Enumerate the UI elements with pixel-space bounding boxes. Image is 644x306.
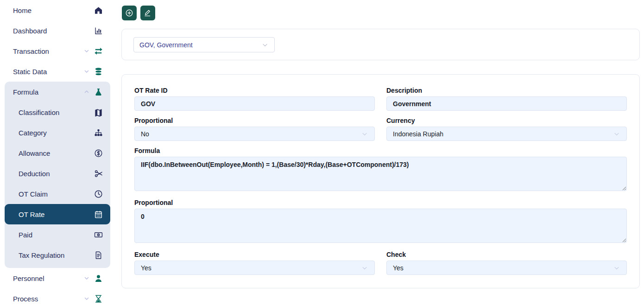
sidebar-item-label: OT Rate — [19, 210, 94, 218]
check-label: Check — [386, 251, 627, 258]
field-proportional-value: Proportional 0 — [134, 199, 627, 245]
field-description: Description — [386, 87, 627, 111]
sidebar-item-home[interactable]: Home — [0, 0, 115, 20]
sidebar-item-classification[interactable]: Classification — [5, 102, 110, 122]
chevron-down-icon — [613, 264, 620, 272]
user-icon — [94, 274, 103, 283]
sidebar-item-label: Formula — [13, 88, 83, 96]
chevron-down-icon — [361, 130, 368, 138]
scissors-icon — [94, 169, 103, 178]
description-input[interactable] — [386, 96, 627, 111]
sidebar-item-label: Paid — [19, 231, 94, 239]
field-execute: Execute Yes — [134, 251, 375, 275]
sidebar-item-label: Personnel — [13, 274, 83, 282]
sidebar-item-ot-rate[interactable]: OT Rate — [5, 204, 110, 224]
execute-value: Yes — [141, 264, 152, 272]
main-content: GOV, Government OT Rate ID Description P… — [115, 0, 644, 306]
sidebar-item-tax-regulation[interactable]: Tax Regulation — [5, 245, 110, 265]
sidebar: Home Dashboard Transaction Static Data — [0, 0, 115, 306]
home-icon — [94, 6, 103, 15]
ot-rate-id-label: OT Rate ID — [134, 87, 375, 94]
chevron-down-icon — [83, 68, 90, 75]
chevron-down-icon — [361, 264, 368, 272]
add-button[interactable] — [122, 6, 137, 20]
plus-circle-icon — [125, 9, 133, 17]
proportional-value-label: Proportional — [134, 199, 627, 206]
sidebar-item-dashboard[interactable]: Dashboard — [0, 20, 115, 41]
document-icon — [94, 251, 103, 260]
sidebar-item-label: Process — [13, 295, 83, 303]
map-icon — [94, 108, 103, 117]
field-check: Check Yes — [386, 251, 627, 275]
sidebar-item-deduction[interactable]: Deduction — [5, 163, 110, 184]
sidebar-item-transaction[interactable]: Transaction — [0, 41, 115, 61]
database-icon — [94, 67, 103, 76]
flask-icon — [94, 88, 103, 96]
calendar-icon — [94, 210, 103, 219]
sidebar-item-label: Transaction — [13, 47, 83, 55]
sidebar-item-formula[interactable]: Formula — [5, 82, 110, 102]
transfer-arrows-icon — [94, 47, 103, 56]
sidebar-item-label: Category — [19, 129, 94, 137]
ot-rate-form-card: OT Rate ID Description Proportional No — [121, 74, 640, 288]
app-window: Home Dashboard Transaction Static Data — [0, 0, 644, 306]
sidebar-formula-group: Formula Classification Category — [5, 82, 110, 268]
toolbar — [122, 6, 155, 20]
sidebar-item-label: Classification — [19, 108, 94, 116]
formula-textarea[interactable]: IIF(dbo.InBetweenOut(Employee,Month) = 1… — [134, 157, 627, 191]
description-label: Description — [386, 87, 627, 94]
check-dropdown[interactable]: Yes — [386, 261, 627, 275]
proportional-textarea[interactable]: 0 — [134, 209, 627, 243]
chevron-down-icon — [83, 275, 90, 281]
check-value: Yes — [393, 264, 404, 272]
proportional-dropdown[interactable]: No — [134, 127, 375, 141]
money-bill-icon — [94, 230, 103, 239]
sidebar-item-label: Home — [13, 6, 94, 14]
sitemap-icon — [94, 128, 103, 137]
sidebar-item-paid[interactable]: Paid — [5, 224, 110, 245]
record-selector-value: GOV, Government — [139, 41, 193, 49]
sidebar-item-label: Dashboard — [13, 27, 94, 35]
proportional-value: No — [141, 130, 149, 138]
chevron-down-icon — [83, 48, 90, 54]
sidebar-item-process[interactable]: Process — [0, 288, 115, 306]
sidebar-item-label: Tax Regulation — [19, 251, 94, 259]
ot-rate-form: OT Rate ID Description Proportional No — [122, 75, 639, 281]
sidebar-item-label: OT Claim — [19, 190, 94, 198]
field-formula: Formula IIF(dbo.InBetweenOut(Employee,Mo… — [134, 147, 627, 193]
clock-icon — [94, 190, 103, 198]
record-selector-card: GOV, Government — [121, 29, 640, 60]
pencil-icon — [144, 9, 152, 17]
sidebar-item-label: Allowance — [19, 149, 94, 157]
currency-value: Indonesia Rupiah — [393, 130, 443, 138]
formula-label: Formula — [134, 147, 627, 154]
sidebar-item-ot-claim[interactable]: OT Claim — [5, 184, 110, 204]
hourglass-icon — [94, 294, 103, 303]
sidebar-item-category[interactable]: Category — [5, 122, 110, 143]
currency-dropdown[interactable]: Indonesia Rupiah — [386, 127, 627, 141]
currency-label: Currency — [386, 117, 627, 124]
ot-rate-id-input[interactable] — [134, 96, 375, 111]
bar-chart-icon — [94, 26, 103, 35]
chevron-down-icon — [261, 41, 269, 49]
sidebar-item-label: Static Data — [13, 68, 83, 76]
field-proportional-select: Proportional No — [134, 117, 375, 141]
chevron-down-icon — [613, 130, 620, 138]
record-selector-dropdown[interactable]: GOV, Government — [133, 37, 275, 52]
sidebar-item-static-data[interactable]: Static Data — [0, 61, 115, 82]
execute-dropdown[interactable]: Yes — [134, 261, 375, 275]
chevron-down-icon — [83, 295, 90, 302]
field-currency: Currency Indonesia Rupiah — [386, 117, 627, 141]
execute-label: Execute — [134, 251, 375, 258]
sidebar-item-label: Deduction — [19, 170, 94, 178]
edit-button[interactable] — [140, 6, 155, 20]
proportional-label: Proportional — [134, 117, 375, 124]
field-ot-rate-id: OT Rate ID — [134, 87, 375, 111]
chevron-up-icon — [83, 89, 90, 95]
dollar-circle-icon — [94, 149, 103, 158]
sidebar-item-personnel[interactable]: Personnel — [0, 268, 115, 288]
sidebar-item-allowance[interactable]: Allowance — [5, 143, 110, 163]
